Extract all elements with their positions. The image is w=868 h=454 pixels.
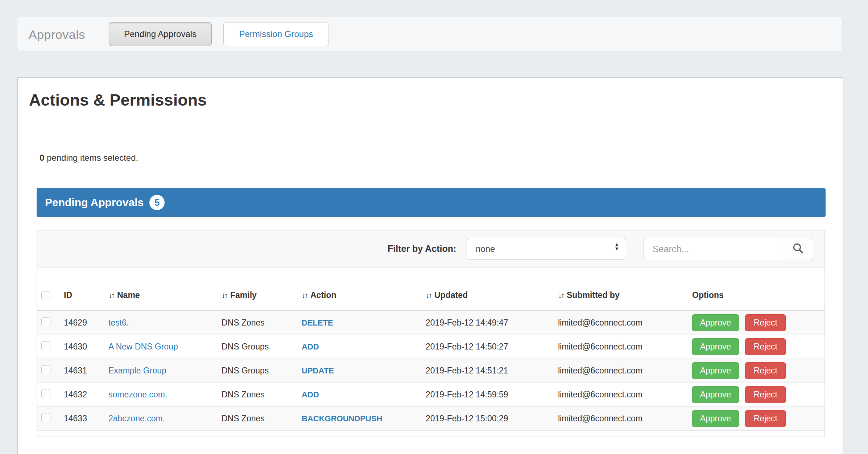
column-label: Submitted by (567, 290, 620, 300)
reject-button[interactable]: Reject (745, 386, 786, 403)
submitted-by-cell: limited@6connect.com (554, 414, 688, 424)
sort-icon[interactable]: ↓↑ (302, 291, 307, 300)
family-cell: DNS Zones (217, 414, 297, 424)
id-cell: 14633 (59, 414, 104, 424)
action-link[interactable]: DELETE (302, 318, 333, 327)
chevron-updown-icon: ▲ ▼ (614, 242, 619, 251)
updated-cell: 2019-Feb-12 14:50:27 (421, 342, 554, 352)
selection-summary: 0 pending items selected. (40, 153, 138, 163)
action-link[interactable]: ADD (302, 342, 319, 351)
selected-count: 0 (40, 153, 44, 163)
column-label: Action (310, 290, 336, 300)
action-filter-select[interactable]: none ▲ ▼ (467, 238, 626, 260)
id-cell: 14631 (59, 366, 104, 376)
table-row: 14632 somezone.com. DNS Zones ADD 2019-F… (37, 383, 824, 407)
page-title: Actions & Permissions (29, 91, 207, 110)
id-cell: 14632 (59, 390, 104, 400)
sort-icon[interactable]: ↓↑ (108, 291, 114, 300)
approvals-table-container: Filter by Action: none ▲ ▼ (37, 230, 825, 437)
column-header-options: Options (688, 290, 824, 310)
action-filter-value: none (476, 244, 495, 254)
updated-cell: 2019-Feb-12 15:00:29 (421, 414, 554, 424)
id-cell: 14629 (59, 318, 104, 328)
id-cell: 14630 (59, 342, 104, 352)
column-header-submitted-by[interactable]: ↓↑ Submitted by (554, 290, 688, 310)
select-all-checkbox[interactable] (41, 291, 50, 300)
column-header-updated[interactable]: ↓↑ Updated (421, 290, 554, 310)
row-checkbox[interactable] (41, 389, 50, 398)
name-link[interactable]: A New DNS Group (108, 342, 178, 351)
table-row: 14631 Example Group DNS Groups UPDATE 20… (37, 359, 824, 383)
approvals-page: { "header_bar": { "title": "Approvals", … (0, 0, 868, 454)
pending-count-badge: 5 (149, 195, 165, 210)
family-cell: DNS Groups (217, 342, 297, 352)
family-cell: DNS Zones (217, 390, 297, 400)
row-checkbox[interactable] (41, 413, 50, 422)
column-label: Name (117, 290, 140, 300)
sort-icon[interactable]: ↓↑ (426, 291, 431, 300)
submitted-by-cell: limited@6connect.com (554, 366, 688, 376)
family-cell: DNS Groups (217, 366, 297, 376)
column-label: Family (230, 290, 257, 300)
updated-cell: 2019-Feb-12 14:51:21 (421, 366, 554, 376)
approve-button[interactable]: Approve (692, 314, 739, 331)
sort-icon[interactable]: ↓↑ (558, 291, 563, 300)
tab-permission-groups[interactable]: Permission Groups (223, 22, 329, 46)
action-link[interactable]: ADD (302, 390, 319, 399)
action-link[interactable]: UPDATE (302, 366, 334, 375)
row-checkbox[interactable] (41, 365, 50, 374)
column-header-action[interactable]: ↓↑ Action (297, 290, 421, 310)
table-row: 14629 test6. DNS Zones DELETE 2019-Feb-1… (37, 311, 824, 335)
approve-button[interactable]: Approve (692, 386, 739, 403)
selected-text: pending items selected. (44, 153, 138, 163)
action-link[interactable]: BACKGROUNDPUSH (302, 414, 382, 423)
table-row: 14630 A New DNS Group DNS Groups ADD 201… (37, 335, 824, 359)
column-label: ID (64, 290, 72, 300)
column-label: Options (692, 290, 724, 300)
filter-bar: Filter by Action: none ▲ ▼ (37, 230, 824, 267)
actions-permissions-panel: Actions & Permissions 0 pending items se… (17, 77, 843, 454)
submitted-by-cell: limited@6connect.com (554, 342, 688, 352)
column-label: Updated (434, 290, 468, 300)
submitted-by-cell: limited@6connect.com (554, 390, 688, 400)
sort-icon[interactable]: ↓↑ (222, 291, 227, 300)
approve-button[interactable]: Approve (692, 410, 739, 427)
approve-button[interactable]: Approve (692, 362, 739, 379)
updated-cell: 2019-Feb-12 14:49:47 (421, 318, 554, 328)
chevron-down-icon: ▼ (614, 246, 619, 251)
tab-pending-approvals[interactable]: Pending Approvals (109, 22, 212, 46)
pending-approvals-header: Pending Approvals 5 (37, 188, 826, 217)
name-link[interactable]: somezone.com. (108, 390, 167, 399)
search-button[interactable] (783, 238, 813, 260)
name-link[interactable]: 2abczone.com. (108, 414, 165, 423)
name-link[interactable]: Example Group (108, 366, 166, 375)
column-header-family[interactable]: ↓↑ Family (217, 290, 297, 310)
reject-button[interactable]: Reject (745, 362, 786, 379)
filter-by-action-label: Filter by Action: (388, 230, 456, 267)
reject-button[interactable]: Reject (745, 338, 786, 355)
search-input[interactable] (644, 238, 783, 260)
top-tab-bar: Approvals Pending Approvals Permission G… (17, 17, 843, 52)
reject-button[interactable]: Reject (745, 314, 786, 331)
family-cell: DNS Zones (217, 318, 297, 328)
row-checkbox[interactable] (41, 317, 50, 326)
row-checkbox[interactable] (41, 341, 50, 350)
table-header-row: ID ↓↑ Name ↓↑ Family ↓↑ Action ↓↑ Update… (37, 267, 824, 311)
approvals-section-label: Approvals (29, 17, 85, 52)
approve-button[interactable]: Approve (692, 338, 739, 355)
column-header-name[interactable]: ↓↑ Name (104, 290, 217, 310)
search-icon (792, 242, 804, 256)
submitted-by-cell: limited@6connect.com (554, 318, 688, 328)
reject-button[interactable]: Reject (745, 410, 786, 427)
table-row: 14633 2abczone.com. DNS Zones BACKGROUND… (37, 407, 824, 431)
pending-approvals-title: Pending Approvals (45, 196, 144, 209)
updated-cell: 2019-Feb-12 14:59:59 (421, 390, 554, 400)
name-link[interactable]: test6. (108, 318, 129, 327)
column-header-id: ID (59, 290, 104, 310)
